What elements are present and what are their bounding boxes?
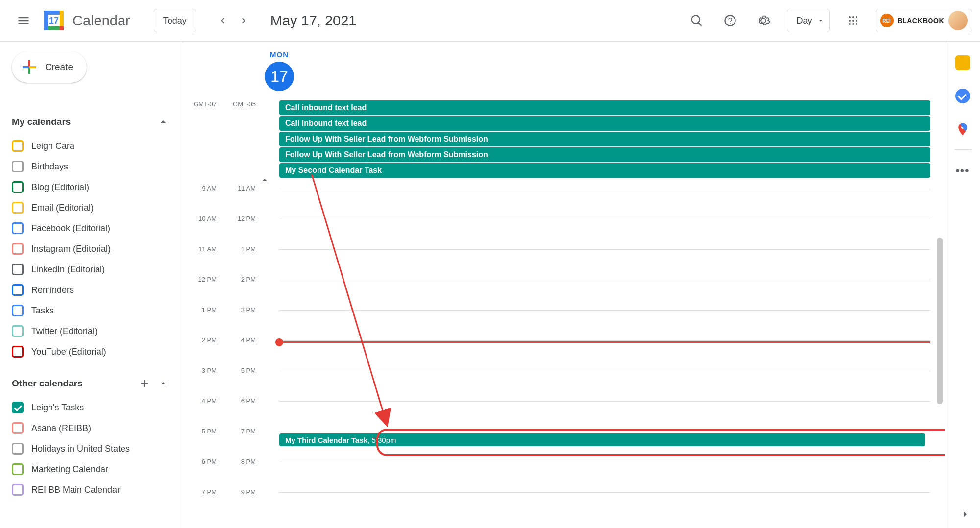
my-calendars-header[interactable]: My calendars [12, 112, 169, 132]
chevron-up-icon [157, 378, 169, 389]
calendar-item[interactable]: Marketing Calendar [12, 459, 169, 480]
prev-day-button[interactable] [212, 10, 233, 31]
side-panel-collapse[interactable] [959, 508, 971, 522]
calendar-item[interactable]: REI BB Main Calendar [12, 480, 169, 500]
calendar-checkbox[interactable] [12, 325, 24, 337]
calendar-checkbox[interactable] [12, 443, 24, 455]
calendar-checkbox[interactable] [12, 484, 24, 496]
calendar-label: Asana (REIBB) [31, 423, 91, 433]
hour-label-tz2: 11 AM [220, 185, 260, 192]
keep-icon[interactable] [956, 55, 970, 70]
scrollbar[interactable] [937, 238, 943, 404]
hour-row[interactable]: 6 PM8 PM [181, 462, 930, 492]
hour-row[interactable]: 9 AM11 AM [181, 189, 930, 219]
add-calendar-icon[interactable] [139, 378, 150, 389]
timed-event[interactable]: My Third Calendar Task, 5:30pm [279, 433, 925, 446]
calendar-item[interactable]: Holidays in United States [12, 438, 169, 459]
plus-icon [21, 58, 38, 76]
calendar-label: LinkedIn (Editorial) [31, 264, 105, 275]
all-day-event[interactable]: My Second Calendar Task [279, 163, 930, 178]
svg-point-10 [852, 16, 854, 18]
hour-row[interactable]: 11 AM1 PM [181, 249, 930, 280]
maps-icon[interactable] [956, 122, 970, 137]
calendar-checkbox[interactable] [12, 161, 24, 172]
calendar-item[interactable]: Tasks [12, 300, 169, 321]
calendar-label: Instagram (Editorial) [31, 244, 111, 254]
calendar-checkbox[interactable] [12, 140, 24, 152]
calendar-checkbox[interactable] [12, 346, 24, 358]
time-grid[interactable]: 9 AM11 AM10 AM12 PM11 AM1 PM12 PM2 PM1 P… [181, 189, 930, 528]
hour-label-tz1: 11 AM [181, 245, 220, 253]
tasks-icon[interactable] [956, 89, 970, 103]
calendar-checkbox[interactable] [12, 422, 24, 434]
gridline [279, 249, 930, 250]
main-area: MON 17 GMT-07 GMT-05 Call inbound text l… [181, 42, 980, 528]
hour-row[interactable]: 7 PM9 PM [181, 492, 930, 523]
all-day-event[interactable]: Call inbound text lead [279, 116, 930, 131]
calendar-item[interactable]: Reminders [12, 280, 169, 300]
google-apps-button[interactable] [841, 9, 865, 32]
hour-row[interactable]: 2 PM4 PM [181, 340, 930, 371]
other-calendars-list: Leigh's TasksAsana (REIBB)Holidays in Un… [12, 397, 169, 500]
side-panel-more[interactable]: ••• [956, 168, 969, 173]
view-switcher[interactable]: Day [787, 9, 829, 32]
date-range-title[interactable]: May 17, 2021 [270, 13, 357, 29]
all-day-event[interactable]: Call inbound text lead [279, 100, 930, 115]
calendar-item[interactable]: Email (Editorial) [12, 197, 169, 218]
calendar-logo-icon: 17 [41, 8, 67, 33]
day-column-header[interactable]: MON 17 [260, 50, 299, 91]
day-grid[interactable]: MON 17 GMT-07 GMT-05 Call inbound text l… [181, 42, 945, 528]
hour-row[interactable]: 12 PM2 PM [181, 280, 930, 310]
calendar-item[interactable]: Instagram (Editorial) [12, 239, 169, 259]
hour-label-tz1: 6 PM [181, 458, 220, 465]
settings-button[interactable] [752, 9, 775, 32]
calendar-checkbox[interactable] [12, 305, 24, 316]
calendar-item[interactable]: Facebook (Editorial) [12, 218, 169, 239]
app-logo[interactable]: 17 Calendar [41, 8, 130, 33]
calendar-checkbox[interactable] [12, 264, 24, 275]
calendar-item[interactable]: Birthdays [12, 156, 169, 177]
calendar-checkbox[interactable] [12, 402, 24, 413]
support-button[interactable]: ? [718, 9, 742, 32]
calendar-item[interactable]: Twitter (Editorial) [12, 321, 169, 341]
calendar-item[interactable]: LinkedIn (Editorial) [12, 259, 169, 280]
next-day-button[interactable] [233, 10, 255, 31]
calendar-checkbox[interactable] [12, 202, 24, 214]
svg-point-16 [852, 23, 854, 25]
svg-point-12 [849, 20, 851, 22]
today-button[interactable]: Today [154, 9, 196, 32]
calendar-checkbox[interactable] [12, 222, 24, 234]
hour-label-tz2: 8 PM [220, 458, 260, 465]
calendar-item[interactable]: YouTube (Editorial) [12, 341, 169, 362]
search-button[interactable] [685, 9, 709, 32]
collapse-allday-button[interactable] [255, 173, 274, 187]
calendar-item[interactable]: Leigh Cara [12, 136, 169, 156]
calendar-checkbox[interactable] [12, 243, 24, 255]
hour-label-tz1: 9 AM [181, 185, 220, 192]
create-button[interactable]: Create [12, 51, 87, 83]
calendar-item[interactable]: Asana (REIBB) [12, 418, 169, 438]
svg-point-9 [849, 16, 851, 18]
all-day-event[interactable]: Follow Up With Seller Lead from Webform … [279, 147, 930, 162]
hour-row[interactable]: 10 AM12 PM [181, 219, 930, 249]
app-name: Calendar [73, 13, 130, 29]
calendar-checkbox[interactable] [12, 463, 24, 475]
calendar-checkbox[interactable] [12, 284, 24, 296]
calendar-label: Leigh's Tasks [31, 403, 84, 413]
event-title: My Third Calendar Task [285, 436, 368, 444]
account-switcher[interactable]: REI BLACKBOOK [876, 9, 973, 32]
hour-row[interactable]: 1 PM3 PM [181, 310, 930, 340]
calendar-label: Tasks [31, 306, 54, 316]
calendar-item[interactable]: Leigh's Tasks [12, 397, 169, 418]
main-menu-button[interactable] [12, 9, 35, 32]
all-day-event[interactable]: Follow Up With Seller Lead from Webform … [279, 132, 930, 146]
calendar-checkbox[interactable] [12, 181, 24, 193]
chevron-down-icon [817, 17, 824, 24]
other-calendars-header[interactable]: Other calendars [12, 374, 169, 393]
create-label: Create [45, 62, 73, 72]
now-indicator [279, 341, 930, 343]
hour-row[interactable]: 4 PM6 PM [181, 401, 930, 432]
calendar-label: Reminders [31, 285, 74, 295]
calendar-item[interactable]: Blog (Editorial) [12, 177, 169, 197]
hour-row[interactable]: 3 PM5 PM [181, 371, 930, 401]
